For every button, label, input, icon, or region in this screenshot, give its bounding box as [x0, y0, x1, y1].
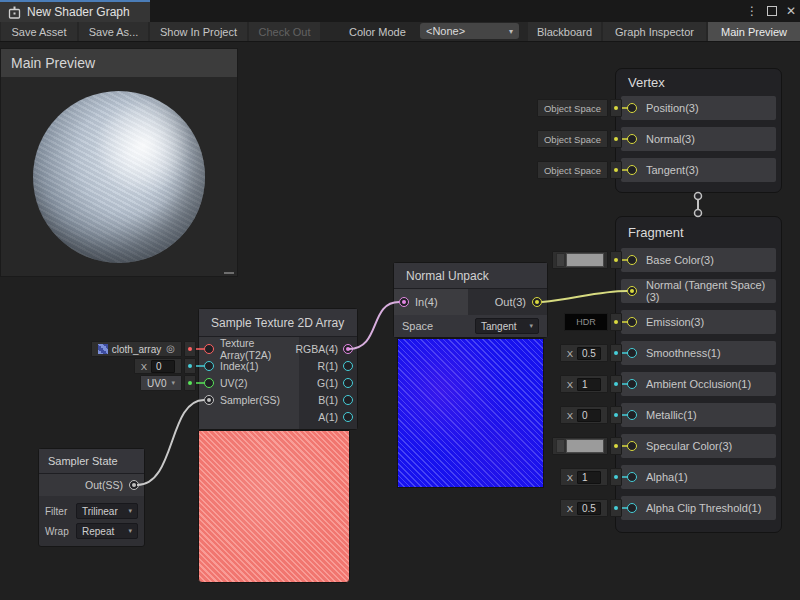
position-widget-stub — [610, 99, 622, 117]
shader-preview-sphere[interactable] — [33, 91, 205, 263]
tangent-port[interactable] — [627, 165, 637, 175]
alpha-port[interactable] — [627, 472, 637, 482]
metallic-value-widget[interactable]: X0 — [560, 406, 622, 424]
sampler-state-node[interactable]: Sampler State Out(SS) Filter Trilinear ▾… — [38, 448, 145, 547]
normal-ts-port[interactable] — [627, 286, 637, 296]
normal-unpack-space-row: Space Tangent ▾ — [394, 315, 547, 337]
metallic-value-field[interactable]: 0 — [577, 409, 601, 422]
normal-widget-stub — [610, 130, 622, 148]
specular-color-swatch[interactable] — [566, 439, 604, 453]
output-a[interactable]: A(1) — [299, 408, 357, 425]
save-asset-button[interactable]: Save Asset — [1, 22, 77, 41]
specular-color-swatch-widget[interactable] — [552, 437, 622, 455]
output-b[interactable]: B(1) — [299, 391, 357, 408]
smoothness-port[interactable] — [627, 348, 637, 358]
normal-unpack-output[interactable]: Out(3) — [468, 289, 547, 315]
index-value-field[interactable]: 0 — [151, 360, 175, 373]
close-icon[interactable]: ✕ — [786, 5, 796, 17]
emission-hdr-widget[interactable]: HDR — [564, 313, 622, 331]
vertex-node[interactable]: Vertex Position(3) Normal(3) Tangent(3) — [615, 68, 782, 193]
index-port[interactable] — [204, 361, 214, 371]
show-in-project-button[interactable]: Show In Project — [150, 22, 247, 41]
fragment-row-alpha[interactable]: Alpha(1) — [621, 465, 776, 489]
a-port[interactable] — [343, 412, 353, 422]
normal-port[interactable] — [627, 134, 637, 144]
kebab-menu-icon[interactable]: ⋮ — [746, 5, 758, 17]
position-port[interactable] — [627, 103, 637, 113]
alpha-clip-value-widget[interactable]: X0.5 — [560, 499, 622, 517]
blackboard-toggle-button[interactable]: Blackboard — [528, 22, 601, 41]
b-port[interactable] — [343, 395, 353, 405]
alpha-value-widget[interactable]: X1 — [560, 468, 622, 486]
uv-port[interactable] — [204, 378, 214, 388]
sample-texture-2d-array-node[interactable]: Sample Texture 2D Array Texture Array(T2… — [198, 308, 358, 430]
alpha-clip-port[interactable] — [627, 503, 637, 513]
vertex-row-position[interactable]: Position(3) — [621, 96, 776, 120]
normal-space-widget[interactable]: Object Space — [537, 130, 622, 148]
input-uv[interactable]: UV(2) — [199, 374, 299, 391]
tab-new-shader-graph[interactable]: New Shader Graph — [0, 0, 150, 22]
ambient-occlusion-value-widget[interactable]: X1 — [560, 375, 622, 393]
fragment-row-specular-color[interactable]: Specular Color(3) — [621, 434, 776, 458]
metallic-label: Metallic(1) — [646, 409, 697, 421]
input-texture-array[interactable]: Texture Array(T2A) — [199, 340, 299, 357]
filter-dropdown[interactable]: Trilinear ▾ — [76, 503, 138, 519]
position-space-widget[interactable]: Object Space — [537, 99, 622, 117]
ambient-occlusion-port[interactable] — [627, 379, 637, 389]
output-rgba[interactable]: RGBA(4) — [299, 340, 357, 357]
rgba-port[interactable] — [343, 344, 353, 354]
tangent-space-widget[interactable]: Object Space — [537, 161, 622, 179]
filter-value: Trilinear — [82, 506, 118, 517]
alpha-value-field[interactable]: 1 — [577, 471, 601, 484]
sample-node-texture-preview — [198, 430, 350, 583]
wrap-dropdown[interactable]: Repeat ▾ — [76, 523, 138, 539]
input-sampler[interactable]: Sampler(SS) — [199, 391, 299, 408]
normal-unpack-input[interactable]: In(4) — [394, 289, 468, 315]
fragment-row-normal-ts[interactable]: Normal (Tangent Space)(3) — [621, 279, 776, 303]
metallic-port[interactable] — [627, 410, 637, 420]
sampler-port[interactable] — [204, 395, 214, 405]
fragment-row-emission[interactable]: Emission(3) — [621, 310, 776, 334]
fragment-row-alpha-clip[interactable]: Alpha Clip Threshold(1) — [621, 496, 776, 520]
fragment-row-base-color[interactable]: Base Color(3) — [621, 248, 776, 272]
smoothness-value-widget[interactable]: X0.5 — [560, 344, 622, 362]
smoothness-value-field[interactable]: 0.5 — [577, 347, 601, 360]
fragment-row-metallic[interactable]: Metallic(1) — [621, 403, 776, 427]
color-mode-dropdown[interactable]: <None> ▾ — [420, 23, 519, 39]
vertex-row-tangent[interactable]: Tangent(3) — [621, 158, 776, 182]
base-color-swatch-widget[interactable] — [552, 251, 622, 269]
texture-array-port[interactable] — [204, 344, 214, 354]
uv-channel-widget[interactable]: UV0 ▾ — [140, 375, 196, 391]
vertex-row-normal[interactable]: Normal(3) — [621, 127, 776, 151]
g-port[interactable] — [343, 378, 353, 388]
fragment-row-ambient-occlusion[interactable]: Ambient Occlusion(1) — [621, 372, 776, 396]
fragment-node[interactable]: Fragment Base Color(3) Normal (Tangent S… — [615, 216, 782, 533]
main-preview-panel[interactable]: Main Preview — [0, 48, 238, 277]
output-r[interactable]: R(1) — [299, 357, 357, 374]
panel-resize-handle[interactable] — [224, 272, 234, 274]
index-value-widget[interactable]: X0 — [134, 358, 196, 374]
base-color-port[interactable] — [627, 255, 637, 265]
emission-port[interactable] — [627, 317, 637, 327]
base-color-swatch[interactable] — [566, 253, 604, 267]
normal-unpack-node[interactable]: Normal Unpack In(4) Out(3) Space Tangent… — [393, 262, 548, 338]
main-preview-panel-header[interactable]: Main Preview — [1, 49, 237, 77]
save-as-button[interactable]: Save As... — [79, 22, 148, 41]
normal-unpack-texture-preview — [397, 338, 544, 488]
graph-inspector-toggle-button[interactable]: Graph Inspector — [603, 22, 706, 41]
maximize-icon[interactable] — [767, 6, 777, 16]
out-port[interactable] — [532, 297, 542, 307]
fragment-row-smoothness[interactable]: Smoothness(1) — [621, 341, 776, 365]
texture-array-object-widget[interactable]: cloth_array ◎ — [91, 341, 196, 357]
sampler-state-output[interactable]: Out(SS) — [39, 474, 144, 496]
in-port[interactable] — [399, 297, 409, 307]
object-picker-icon[interactable]: ◎ — [166, 344, 175, 354]
alpha-clip-value-field[interactable]: 0.5 — [577, 502, 601, 515]
r-port[interactable] — [343, 361, 353, 371]
space-dropdown[interactable]: Tangent ▾ — [475, 318, 539, 334]
output-g[interactable]: G(1) — [299, 374, 357, 391]
main-preview-toggle-button[interactable]: Main Preview — [708, 22, 800, 41]
specular-color-port[interactable] — [627, 441, 637, 451]
ambient-occlusion-value-field[interactable]: 1 — [577, 378, 601, 391]
out-ss-port[interactable] — [129, 480, 139, 490]
